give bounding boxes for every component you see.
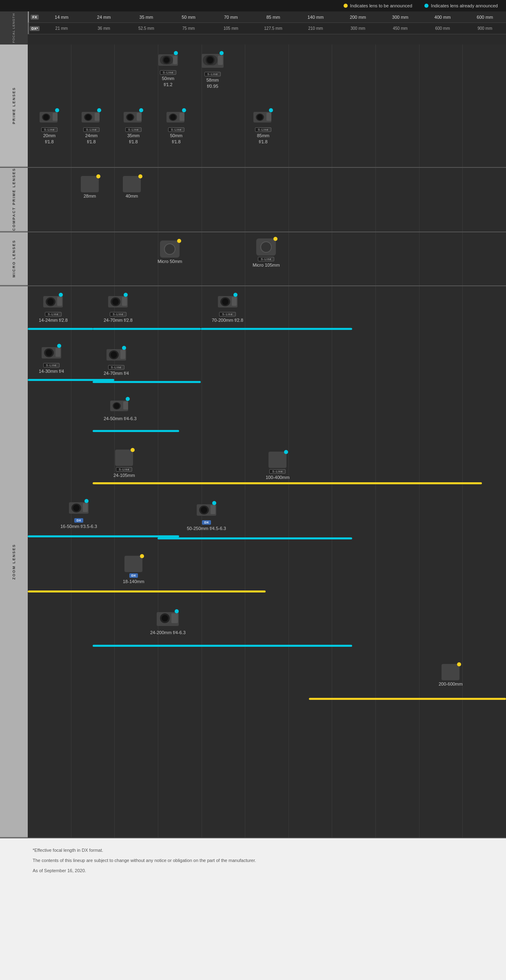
svg-rect-13 [53,113,58,121]
sline-badge: S-Line [110,312,126,316]
zoom-lenses-section: ZOOM LENSES [0,286,506,838]
fx-badge: FX [31,15,39,20]
svg-rect-53 [123,401,128,410]
svg-point-16 [85,114,91,120]
lens-name-35: 35mm [127,133,140,138]
legend-aa-text: Indicates lens already announced [431,3,498,8]
fx-row: FX 14 mm 24 mm 35 mm 50 mm 70 mm 85 mm 1… [28,11,506,23]
lens-name-50-18: 50mm [170,133,183,138]
dx-badge: DX* [30,26,40,31]
svg-point-32 [47,298,54,305]
compact-prime-content: 28mm 40mm [28,168,506,232]
micro-105-name: Micro 105mm [253,263,280,267]
lens-14-24: S-Line 14-24mm f/2.8 [39,294,68,323]
lens-name-24-50: 24-50mm f/4-6.3 [104,416,137,421]
cyan-dot-icon [424,4,428,8]
bar-100-400 [244,482,482,484]
lens-name-14-30: 14-30mm f/4 [39,369,64,374]
yellow-indicator [273,237,277,241]
svg-point-64 [162,615,168,621]
bar-16-50 [28,535,179,537]
cyan-indicator [139,108,143,112]
lens-14-30: S-Line 14-30mm f/4 [39,345,64,374]
lens-24-70-4: S-Line 24-70mm f/4 [104,347,129,376]
compact-prime-label: COMPACT PRIME LENSES [0,168,28,232]
lens-svg-fat [156,611,180,627]
prime-lenses-section: PRIME LENSES [0,45,506,168]
cyan-indicator [174,51,178,55]
lens-icon-svg-fat [201,53,224,69]
lens-name-50-12: 50mm [162,76,175,81]
svg-point-20 [127,114,133,120]
lens-24-105: S-Line 24-105mm [113,450,135,478]
lens-aperture-24: f/1.8 [87,139,95,144]
micro-lenses-content: Micro 50mm S-Line Micro 105mm [28,232,506,285]
lens-name-24-105: 24-105mm [113,473,135,478]
dx-mm-36: 36 mm [83,26,125,31]
fx-mm-50: 50 mm [167,15,210,20]
footer-note1: *Effective focal length in DX format. [33,846,498,855]
lens-name-70-200-28: 70-200mm f/2.8 [212,318,243,323]
compact-40mm: 40mm [123,176,141,198]
cyan-indicator [220,51,224,55]
micro-50-name: Micro 50mm [158,259,182,264]
yellow-dot-icon [344,4,348,8]
compact-prime-text: COMPACT PRIME LENSES [12,168,16,231]
cyan-indicator [284,450,288,454]
cyan-indicator [97,108,101,112]
sline-badge: S-Line [219,312,235,316]
cyan-indicator [269,108,273,112]
footer-area: *Effective focal length in DX format. Th… [0,838,506,883]
dx-mm-900: 900 mm [464,26,506,31]
bar-24-200 [93,645,352,647]
sline-badge: S-Line [168,127,184,132]
lens-18-140: DX 18-140mm [123,556,144,584]
legend-to-be-announced: Indicates lens to be announced [344,3,412,8]
svg-point-48 [111,352,117,358]
lens-name-40: 40mm [126,194,138,198]
dx-row: DX* 21 mm 36 mm 52.5 mm 75 mm 105 mm 127… [28,23,506,34]
sline-badge: S-Line [258,257,274,261]
lens-name-58: 58mm [206,78,219,82]
prime-lenses-label: PRIME LENSES [0,45,28,167]
svg-rect-29 [266,113,271,121]
bar-24-105 [93,482,266,484]
svg-rect-17 [95,113,100,121]
svg-rect-37 [122,297,127,306]
sline-badge: S-Line [83,127,100,132]
fx-mm-70: 70 mm [210,15,252,20]
svg-rect-45 [55,348,60,357]
fx-mm-85: 85 mm [252,15,295,20]
lens-24-50: 24-50mm f/4-6.3 [104,399,137,421]
lens-name-16-50: 16-50mm f/3.5-6.3 [60,524,97,529]
lens-name-24-70-28: 24-70mm f/2.8 [104,318,133,323]
footer-note2: The contents of this lineup are subject … [33,857,498,865]
lens-24-70-28: S-Line 24-70mm f/2.8 [104,294,133,323]
dx-mm-105: 105 mm [210,26,252,31]
svg-point-44 [46,350,52,356]
grid-overlay [28,45,506,167]
svg-point-60 [201,507,207,513]
micro-lenses-label: MICRO LENSES [0,232,28,285]
zoom-lenses-label: ZOOM LENSES [0,286,28,837]
dx-mm-210: 210 mm [294,26,337,31]
lens-20mm: S-Line 20mm f/1.8 [39,110,60,144]
lens-aperture-50-12: f/1.2 [164,82,172,87]
dx-mm-450: 450 mm [379,26,422,31]
lens-name-24-200: 24-200mm f/4-6.3 [150,630,186,635]
bar-18-140 [28,590,266,592]
micro-lenses-section: MICRO LENSES Micro 50mm [0,232,506,286]
lens-24-200: 24-200mm f/4-6.3 [150,611,186,635]
svg-rect-4 [173,56,177,64]
sline-badge: S-Line [255,127,271,132]
sline-badge: S-Line [269,469,286,474]
dx-mm-75: 75 mm [167,26,210,31]
micro-lenses-text: MICRO LENSES [12,240,16,278]
yellow-indicator [131,448,135,452]
svg-point-56 [73,505,80,511]
focal-length-label: FOCAL LENGTH [0,11,28,45]
dx-mm-300: 300 mm [337,26,379,31]
zoom-lenses-label-col: ZOOM LENSES [0,286,28,837]
lens-24mm: S-Line 24mm f/1.8 [81,110,102,144]
lens-name-24: 24mm [85,133,98,138]
